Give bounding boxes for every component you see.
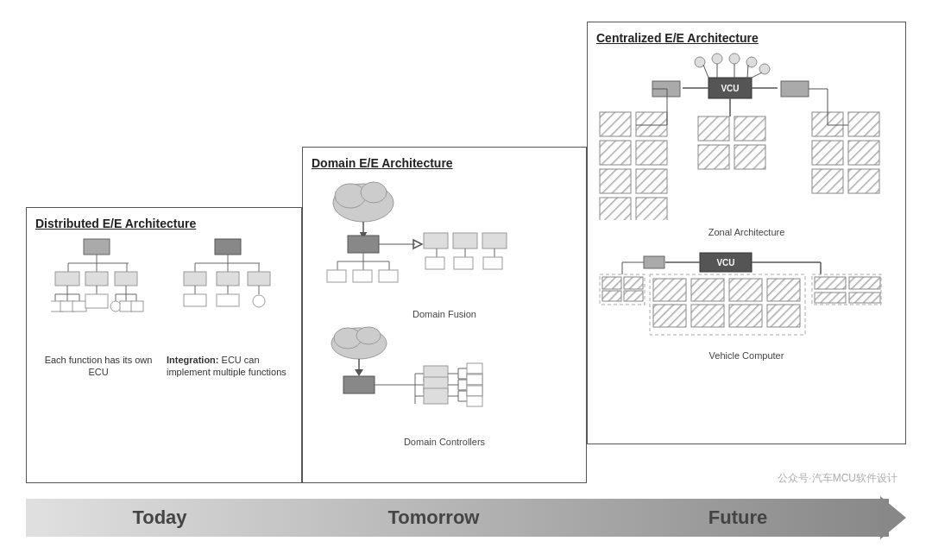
svg-rect-117 <box>600 169 631 193</box>
vehicle-computer-svg: VCU <box>596 244 890 343</box>
svg-rect-136 <box>734 116 765 141</box>
svg-rect-39 <box>248 272 270 286</box>
future-arch-title: Centralized E/E Architecture <box>596 31 897 45</box>
zonal-label: Zonal Architecture <box>596 227 897 237</box>
svg-rect-119 <box>636 112 667 136</box>
svg-rect-120 <box>636 141 667 165</box>
svg-rect-24 <box>120 301 132 311</box>
svg-rect-53 <box>425 257 444 269</box>
svg-rect-155 <box>691 279 724 301</box>
svg-rect-114 <box>781 81 809 97</box>
svg-rect-127 <box>812 141 843 165</box>
svg-rect-4 <box>55 272 79 286</box>
svg-rect-26 <box>131 301 143 311</box>
vehicle-computer-label: Vehicle Computer <box>596 350 897 361</box>
svg-rect-27 <box>215 239 241 255</box>
svg-marker-70 <box>355 369 363 376</box>
svg-rect-161 <box>767 305 800 327</box>
svg-rect-150 <box>624 277 643 289</box>
svg-rect-50 <box>453 233 477 249</box>
svg-rect-159 <box>691 305 724 327</box>
svg-point-105 <box>729 53 740 64</box>
svg-rect-79 <box>424 388 448 404</box>
svg-rect-149 <box>602 277 621 289</box>
svg-rect-61 <box>327 270 346 282</box>
tomorrow-arch-box: Domain E/E Architecture <box>302 147 587 483</box>
svg-rect-145 <box>644 256 664 268</box>
svg-rect-83 <box>467 363 482 374</box>
svg-rect-89 <box>467 374 482 385</box>
domain-fusion-svg <box>312 177 570 302</box>
svg-rect-51 <box>482 233 507 249</box>
integration-tree-svg <box>182 237 277 349</box>
svg-rect-158 <box>653 305 686 327</box>
svg-rect-0 <box>84 239 110 255</box>
right-tree: Integration: ECU can implement multiple … <box>167 237 293 379</box>
svg-rect-18 <box>115 272 137 286</box>
domain-controllers-svg <box>312 326 570 430</box>
svg-point-68 <box>356 327 381 344</box>
svg-line-111 <box>747 65 748 78</box>
distributed-tree-svg <box>51 237 146 349</box>
future-arch-box: Centralized E/E Architecture VCU <box>587 22 906 444</box>
svg-text:VCU: VCU <box>721 84 739 93</box>
svg-point-104 <box>712 53 722 64</box>
svg-rect-135 <box>698 116 729 141</box>
today-arch-title: Distributed E/E Architecture <box>35 217 293 230</box>
svg-line-112 <box>752 72 762 78</box>
today-arch-box: Distributed E/E Architecture <box>26 207 302 483</box>
col-today: Distributed E/E Architecture <box>26 207 302 483</box>
svg-rect-129 <box>848 112 879 136</box>
col-tomorrow: Domain E/E Architecture <box>302 147 587 483</box>
svg-rect-63 <box>353 270 372 282</box>
left-tree: Each function has its own ECU <box>35 237 161 379</box>
timeline-bar: Today Tomorrow Future <box>17 488 915 548</box>
svg-rect-164 <box>849 277 880 289</box>
svg-rect-14 <box>85 272 108 286</box>
svg-rect-37 <box>217 294 239 306</box>
svg-rect-154 <box>653 279 686 301</box>
today-desc-right: Integration: ECU can implement multiple … <box>167 354 293 379</box>
today-desc-left: Each function has its own ECU <box>35 354 161 379</box>
col-future: Centralized E/E Architecture VCU <box>587 22 906 444</box>
arrow-container: Today Tomorrow Future <box>26 496 906 539</box>
today-diagram-content: Each function has its own ECU <box>35 237 293 379</box>
svg-rect-157 <box>767 279 800 301</box>
zonal-svg: VCU <box>596 52 890 220</box>
svg-rect-130 <box>848 141 879 165</box>
vehicle-computer-section: VCU <box>596 244 897 361</box>
svg-rect-57 <box>483 257 502 269</box>
svg-point-41 <box>253 295 265 307</box>
svg-rect-95 <box>467 386 482 396</box>
integration-label: Integration: <box>167 355 219 365</box>
diagram-area: Distributed E/E Architecture <box>17 13 915 483</box>
svg-rect-115 <box>600 112 631 136</box>
svg-rect-33 <box>184 294 206 306</box>
svg-rect-35 <box>217 272 239 286</box>
timeline-labels: Today Tomorrow Future <box>26 496 906 539</box>
svg-rect-128 <box>812 169 843 193</box>
svg-rect-156 <box>729 279 762 301</box>
today-timeline-label: Today <box>26 496 293 539</box>
svg-rect-131 <box>848 169 879 193</box>
svg-rect-151 <box>602 291 621 301</box>
svg-rect-118 <box>600 198 631 220</box>
svg-rect-46 <box>348 236 379 253</box>
tomorrow-timeline-label: Tomorrow <box>293 496 574 539</box>
svg-rect-163 <box>815 277 846 289</box>
domain-controllers-section: Domain Controllers <box>312 326 577 447</box>
svg-rect-122 <box>636 198 667 220</box>
svg-rect-138 <box>734 145 765 169</box>
svg-line-108 <box>703 65 708 78</box>
svg-text:VCU: VCU <box>716 258 734 267</box>
svg-rect-55 <box>454 257 473 269</box>
svg-point-44 <box>361 182 387 203</box>
svg-rect-65 <box>379 270 398 282</box>
domain-fusion-section: Domain Fusion <box>312 177 577 319</box>
domain-controllers-label: Domain Controllers <box>312 437 577 447</box>
svg-rect-166 <box>849 293 880 303</box>
zonal-section: VCU <box>596 52 897 237</box>
svg-rect-152 <box>624 291 643 301</box>
svg-point-22 <box>110 301 121 311</box>
tomorrow-arch-title: Domain E/E Architecture <box>312 156 577 170</box>
